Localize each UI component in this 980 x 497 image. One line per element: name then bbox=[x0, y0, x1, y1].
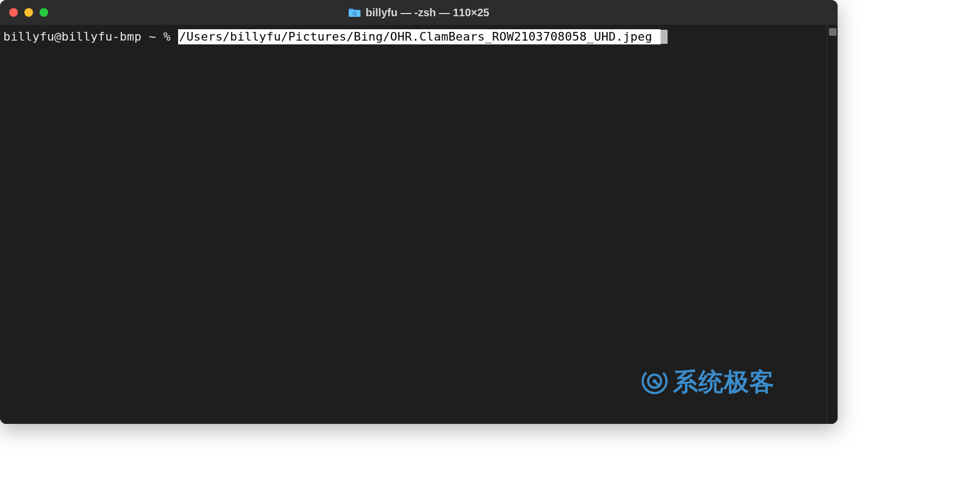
cursor bbox=[661, 30, 668, 44]
folder-icon bbox=[348, 8, 360, 17]
watermark-logo-icon bbox=[641, 367, 669, 397]
prompt-text: billyfu@billyfu-bmp ~ % bbox=[3, 29, 178, 44]
window-title: billyfu — -zsh — 110×25 bbox=[348, 6, 489, 19]
prompt-line[interactable]: billyfu@billyfu-bmp ~ % /Users/billyfu/P… bbox=[3, 29, 824, 44]
terminal-content[interactable]: billyfu@billyfu-bmp ~ % /Users/billyfu/P… bbox=[0, 25, 827, 424]
traffic-lights bbox=[0, 8, 48, 17]
watermark: 系统极客 bbox=[641, 365, 775, 399]
selected-path[interactable]: /Users/billyfu/Pictures/Bing/OHR.ClamBea… bbox=[178, 29, 661, 44]
terminal-window: billyfu — -zsh — 110×25 billyfu@billyfu-… bbox=[0, 0, 838, 424]
watermark-text: 系统极客 bbox=[673, 365, 775, 399]
minimize-button[interactable] bbox=[24, 8, 33, 17]
window-title-text: billyfu — -zsh — 110×25 bbox=[365, 6, 489, 19]
terminal-body: billyfu@billyfu-bmp ~ % /Users/billyfu/P… bbox=[0, 25, 838, 424]
scrollbar[interactable] bbox=[827, 25, 838, 424]
scroll-indicator bbox=[829, 28, 837, 36]
close-button[interactable] bbox=[9, 8, 18, 17]
maximize-button[interactable] bbox=[40, 8, 48, 17]
titlebar[interactable]: billyfu — -zsh — 110×25 bbox=[0, 0, 838, 25]
